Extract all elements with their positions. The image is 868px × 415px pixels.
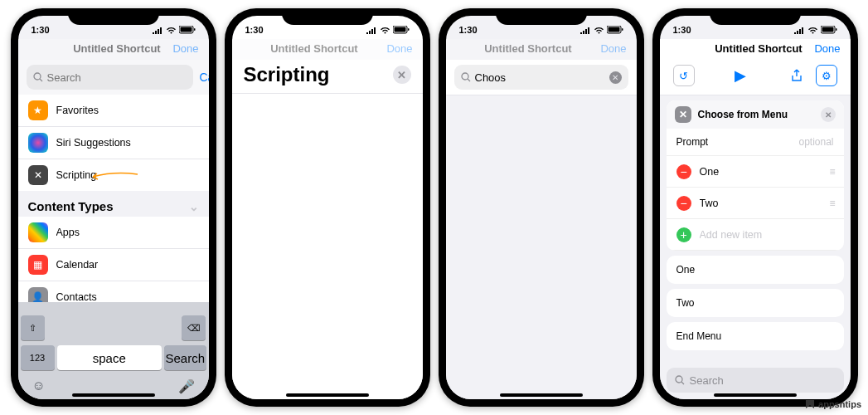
block-one[interactable]: One: [667, 256, 844, 284]
row-contacts[interactable]: 👤Contacts: [18, 281, 209, 302]
editor-toolbar: ↺ ▶ ⚙: [660, 60, 851, 95]
shift-key[interactable]: ⇧: [21, 315, 46, 340]
run-button[interactable]: ▶: [730, 65, 751, 86]
numbers-key[interactable]: 123: [21, 345, 55, 370]
search-bar: Choos ✕: [446, 60, 637, 95]
status-time: 1:30: [459, 25, 478, 35]
notch: [710, 8, 801, 25]
drag-handle-icon[interactable]: ≡: [829, 198, 833, 209]
drag-handle-icon[interactable]: ≡: [829, 166, 833, 178]
remove-action-button[interactable]: ✕: [821, 107, 836, 122]
phone-2: 1:30 Untitled ShortcutDone Scripting ✕: [225, 8, 430, 407]
nav-title: Untitled Shortcut: [715, 42, 802, 55]
home-indicator[interactable]: [72, 393, 155, 397]
share-button[interactable]: [786, 65, 807, 86]
clear-button[interactable]: ✕: [609, 71, 622, 84]
menu-item-two[interactable]: −Two≡: [667, 188, 844, 219]
svg-line-17: [681, 382, 684, 384]
svg-rect-1: [180, 27, 192, 32]
svg-line-12: [468, 79, 470, 81]
block-end-menu[interactable]: End Menu: [667, 322, 844, 350]
status-icons: [366, 26, 410, 34]
wifi-icon: [166, 27, 177, 34]
home-indicator[interactable]: [286, 393, 369, 397]
svg-point-11: [462, 73, 468, 80]
notch: [282, 8, 373, 25]
watermark: appsntips: [804, 398, 861, 410]
row-apps[interactable]: Apps: [18, 217, 209, 249]
svg-rect-7: [408, 28, 410, 31]
svg-rect-15: [836, 28, 837, 31]
siri-icon: [28, 133, 48, 153]
remove-icon[interactable]: −: [676, 196, 691, 211]
done-button[interactable]: Done: [814, 42, 840, 55]
phone-3: 1:30 Untitled ShortcutDone Choos ✕: [439, 8, 644, 407]
cancel-button[interactable]: Cancel: [200, 71, 209, 84]
status-time: 1:30: [673, 25, 691, 35]
chevron-down-icon: ⌄: [189, 200, 199, 213]
nav-bar-dimmed: Untitled Shortcut Done: [18, 39, 209, 60]
row-favorites[interactable]: ★Favorites: [18, 95, 209, 127]
search-icon: [675, 375, 685, 385]
nav-bar-dimmed: Untitled ShortcutDone: [446, 39, 637, 60]
home-indicator[interactable]: [500, 393, 583, 397]
space-key[interactable]: space: [57, 345, 162, 370]
prompt-field[interactable]: Prompt optional: [667, 129, 844, 156]
search-bar: Cancel: [18, 60, 209, 95]
bottom-search[interactable]: Search: [667, 368, 844, 393]
svg-rect-9: [608, 27, 619, 32]
svg-rect-6: [394, 27, 405, 32]
emoji-key[interactable]: ☺: [32, 378, 46, 394]
signal-icon: [152, 27, 163, 34]
row-calendar[interactable]: ▦Calendar: [18, 249, 209, 281]
status-icons: [152, 26, 196, 34]
calendar-icon: ▦: [28, 255, 48, 275]
svg-line-4: [40, 79, 42, 81]
done-button[interactable]: Done: [172, 42, 198, 55]
search-input[interactable]: [47, 71, 187, 84]
key-row-3: ⇧⌫: [21, 315, 206, 340]
close-button[interactable]: ✕: [393, 66, 411, 84]
search-icon: [461, 72, 471, 82]
phone-4: 1:30 Untitled Shortcut Done ↺ ▶ ⚙ ✕ Choo…: [652, 8, 858, 407]
backspace-key[interactable]: ⌫: [182, 315, 206, 340]
battery-icon: [179, 26, 196, 34]
section-content-types[interactable]: Content Types⌄: [18, 191, 209, 217]
svg-rect-14: [822, 27, 833, 32]
svg-point-16: [676, 376, 682, 383]
svg-rect-2: [194, 28, 196, 31]
block-two[interactable]: Two: [667, 289, 844, 317]
sheet-header: Scripting ✕: [232, 60, 423, 94]
search-field[interactable]: Choos ✕: [454, 65, 628, 90]
status-time: 1:30: [32, 25, 50, 35]
home-indicator[interactable]: [714, 393, 797, 397]
nav-title: Untitled Shortcut: [73, 42, 160, 55]
scripting-icon: ✕: [28, 165, 48, 185]
search-value: Choos: [475, 71, 507, 84]
sheet-title: Scripting: [244, 63, 330, 86]
phone-1: 1:30 Untitled Shortcut Done Cancel ★Favo…: [11, 8, 216, 407]
undo-button[interactable]: ↺: [673, 65, 695, 86]
svg-rect-10: [622, 28, 623, 31]
status-time: 1:30: [245, 25, 264, 35]
svg-point-3: [34, 73, 41, 80]
remove-icon[interactable]: −: [676, 164, 691, 179]
contacts-icon: 👤: [28, 287, 48, 302]
settings-toggle-button[interactable]: ⚙: [816, 65, 837, 86]
scripting-icon: ✕: [675, 106, 691, 123]
apps-icon: [28, 222, 48, 242]
notch: [496, 8, 587, 25]
add-new-item[interactable]: +Add new item: [667, 219, 844, 251]
row-siri-suggestions[interactable]: Siri Suggestions: [18, 127, 209, 159]
keyboard: ⇧⌫ 123 space Search ☺🎤: [18, 302, 209, 399]
search-key[interactable]: Search: [164, 345, 206, 370]
notch: [68, 8, 159, 25]
card-header[interactable]: ✕ Choose from Menu ✕: [667, 100, 844, 129]
menu-item-one[interactable]: −One≡: [667, 156, 844, 188]
star-icon: ★: [28, 100, 48, 120]
search-field[interactable]: [27, 65, 193, 90]
row-scripting[interactable]: ✕Scripting: [18, 159, 209, 191]
action-card-choose-from-menu: ✕ Choose from Menu ✕ Prompt optional −On…: [667, 100, 844, 251]
add-icon[interactable]: +: [676, 227, 691, 242]
mic-key[interactable]: 🎤: [178, 378, 195, 394]
